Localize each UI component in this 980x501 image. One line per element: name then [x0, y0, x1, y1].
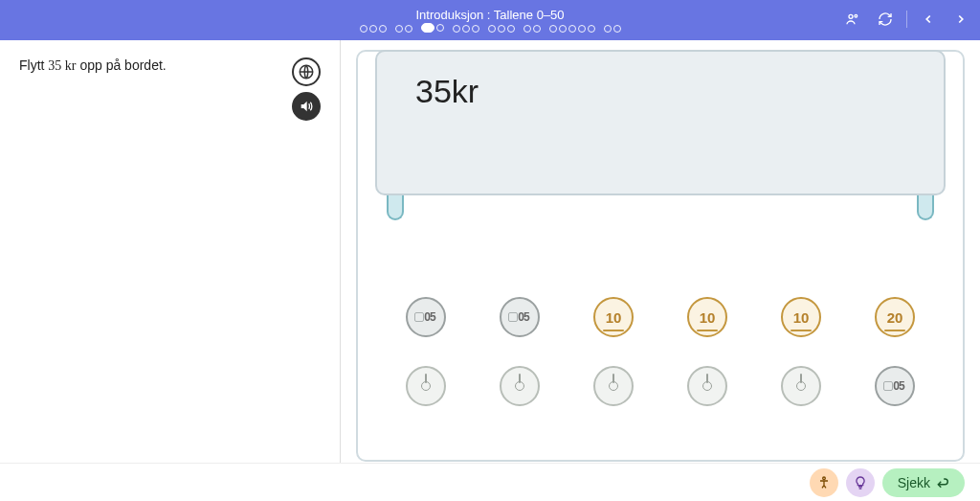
- workspace[interactable]: 35kr 050510101020 05: [356, 50, 965, 462]
- coin-row-2: 05: [406, 366, 915, 406]
- coin-10[interactable]: 10: [593, 297, 634, 337]
- progress-dot[interactable]: [405, 25, 412, 33]
- coin-label: 10: [793, 309, 810, 326]
- table-surface[interactable]: 35kr: [375, 50, 946, 195]
- coin-1[interactable]: [500, 366, 540, 406]
- check-button[interactable]: Sjekk: [882, 468, 965, 497]
- coin-20[interactable]: 20: [875, 297, 915, 337]
- coin-row-1: 050510101020: [406, 297, 915, 337]
- progress-dot[interactable]: [568, 25, 576, 33]
- progress-dot[interactable]: [533, 25, 541, 33]
- progress-dot[interactable]: [559, 25, 567, 33]
- progress-dot[interactable]: [436, 24, 444, 32]
- users-icon[interactable]: [841, 8, 864, 31]
- progress-dot[interactable]: [507, 25, 515, 33]
- progress-dot[interactable]: [604, 25, 612, 33]
- coin-label: 20: [887, 309, 903, 326]
- instruction-text: Flytt 35 kr opp på bordet.: [19, 57, 167, 74]
- progress-dot[interactable]: [369, 25, 377, 33]
- coin-5[interactable]: 05: [500, 297, 540, 337]
- coin-label: 05: [893, 379, 903, 393]
- progress-dot[interactable]: [395, 25, 403, 33]
- progress-dot[interactable]: [379, 25, 387, 33]
- left-utility-buttons: [292, 57, 321, 121]
- instruction-panel: Flytt 35 kr opp på bordet.: [0, 40, 341, 463]
- progress-dot[interactable]: [360, 25, 368, 33]
- progress-dot[interactable]: [613, 25, 621, 33]
- coin-area: 050510101020 05: [358, 243, 963, 460]
- next-button[interactable]: [949, 8, 972, 31]
- footer-bar: Sjekk: [0, 463, 980, 501]
- progress-dot[interactable]: [421, 23, 434, 33]
- coin-5[interactable]: 05: [875, 366, 915, 406]
- progress-dot[interactable]: [462, 25, 470, 33]
- audio-button[interactable]: [292, 92, 321, 121]
- coin-10[interactable]: 10: [781, 297, 821, 337]
- progress-dot[interactable]: [578, 25, 586, 33]
- progress-dot[interactable]: [472, 25, 479, 33]
- separator: [906, 11, 907, 28]
- coin-1[interactable]: [781, 366, 821, 406]
- coin-10[interactable]: 10: [687, 297, 727, 337]
- progress-dot[interactable]: [488, 25, 496, 33]
- instruction-suffix: opp på bordet.: [77, 57, 167, 73]
- header-bar: Introduksjon : Tallene 0–50: [0, 0, 980, 40]
- coin-label: 05: [424, 310, 434, 324]
- progress-dot[interactable]: [453, 25, 460, 33]
- workspace-panel: 35kr 050510101020 05: [341, 40, 980, 463]
- progress-dot[interactable]: [523, 25, 531, 33]
- language-button[interactable]: [292, 57, 321, 86]
- coin-label: 10: [700, 309, 716, 326]
- coin-1[interactable]: [593, 366, 634, 406]
- svg-point-0: [849, 14, 853, 18]
- target-amount: 35kr: [415, 73, 905, 110]
- main-area: Flytt 35 kr opp på bordet. 35kr 05051010…: [0, 40, 980, 463]
- progress-dot[interactable]: [588, 25, 595, 33]
- svg-point-1: [855, 14, 858, 17]
- instruction-amount: 35 kr: [48, 58, 76, 73]
- check-label: Sjekk: [898, 475, 930, 490]
- coin-1[interactable]: [687, 366, 727, 406]
- prev-button[interactable]: [917, 8, 940, 31]
- coin-1[interactable]: [406, 366, 446, 406]
- table-leg-right: [917, 195, 934, 220]
- header-controls: [841, 8, 972, 31]
- progress-dots: [357, 24, 624, 34]
- table-leg-left: [387, 195, 404, 220]
- coin-label: 10: [606, 309, 622, 326]
- lesson-title: Introduksjon : Tallene 0–50: [415, 8, 564, 22]
- progress-dot[interactable]: [498, 25, 505, 33]
- hint-button[interactable]: [846, 468, 875, 497]
- instruction-prefix: Flytt: [19, 57, 48, 73]
- progress-dot[interactable]: [549, 25, 557, 33]
- coin-5[interactable]: 05: [406, 297, 446, 337]
- refresh-icon[interactable]: [874, 8, 897, 31]
- svg-point-3: [822, 477, 825, 480]
- coin-label: 05: [518, 310, 528, 324]
- accessibility-button[interactable]: [810, 468, 838, 497]
